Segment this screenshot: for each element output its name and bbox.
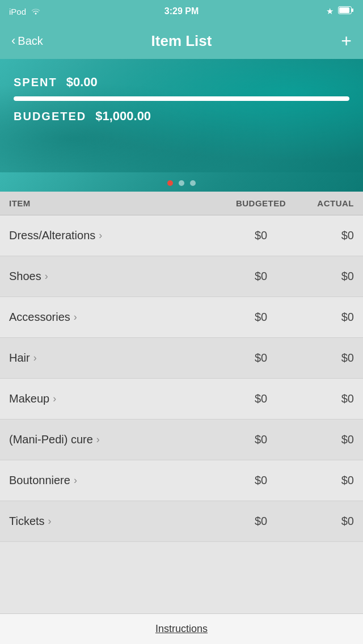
battery-icon [338, 6, 354, 16]
spent-label: SPENT [14, 76, 57, 89]
chevron-icon: › [53, 393, 56, 405]
item-actual: $0 [306, 474, 363, 487]
list-item[interactable]: Tickets › $0 $0 [0, 501, 363, 542]
chevron-icon: › [99, 230, 102, 242]
chevron-icon: › [74, 311, 77, 323]
item-name: Shoes › [0, 270, 216, 283]
list-item[interactable]: (Mani-Pedi) cure › $0 $0 [0, 420, 363, 460]
list-item[interactable]: Hair › $0 $0 [0, 338, 363, 379]
nav-bar: ‹ Back Item List + [0, 23, 363, 59]
svg-rect-1 [339, 7, 349, 13]
table-header: ITEM BUDGETED ACTUAL [0, 192, 363, 215]
back-chevron-icon: ‹ [11, 33, 15, 48]
instructions-bar: Instructions [0, 613, 363, 644]
item-actual: $0 [306, 515, 363, 528]
svg-rect-2 [352, 9, 353, 12]
item-budgeted: $0 [216, 392, 306, 405]
page-dots [0, 172, 363, 192]
budgeted-label: BUDGETED [14, 110, 86, 123]
device-label: iPod [9, 7, 26, 16]
progress-bar-track [14, 96, 349, 101]
page-title: Item List [151, 32, 212, 50]
dot-2[interactable] [179, 180, 184, 186]
item-actual: $0 [306, 229, 363, 242]
budget-banner: SPENT $0.00 BUDGETED $1,000.00 [0, 59, 363, 172]
dot-3[interactable] [190, 180, 196, 186]
status-bar: iPod 3:29 PM ★ [0, 0, 363, 23]
chevron-icon: › [48, 515, 52, 527]
item-name: Boutonniere › [0, 474, 216, 487]
budgeted-amount: $1,000.00 [95, 109, 151, 124]
list-item[interactable]: Dress/Alterations › $0 $0 [0, 215, 363, 256]
list-item[interactable]: Makeup › $0 $0 [0, 379, 363, 420]
items-list: Dress/Alterations › $0 $0 Shoes › $0 $0 … [0, 215, 363, 542]
item-budgeted: $0 [216, 351, 306, 365]
item-actual: $0 [306, 433, 363, 446]
list-item[interactable]: Shoes › $0 $0 [0, 256, 363, 297]
chevron-icon: › [96, 434, 100, 446]
chevron-icon: › [33, 352, 37, 364]
status-right: ★ [326, 6, 354, 16]
progress-bar-fill [14, 96, 349, 101]
item-actual: $0 [306, 270, 363, 283]
item-budgeted: $0 [216, 474, 306, 487]
item-actual: $0 [306, 351, 363, 365]
item-budgeted: $0 [216, 229, 306, 242]
col-header-item: ITEM [0, 198, 216, 208]
item-name: Makeup › [0, 392, 216, 405]
add-button[interactable]: + [341, 32, 352, 50]
item-name: Hair › [0, 351, 216, 365]
instructions-link[interactable]: Instructions [155, 623, 208, 634]
item-name: Accessories › [0, 311, 216, 324]
item-budgeted: $0 [216, 270, 306, 283]
item-actual: $0 [306, 311, 363, 324]
back-label: Back [18, 35, 43, 48]
item-budgeted: $0 [216, 433, 306, 446]
list-item[interactable]: Accessories › $0 $0 [0, 297, 363, 338]
item-actual: $0 [306, 392, 363, 405]
item-name: Dress/Alterations › [0, 229, 216, 242]
dot-1[interactable] [167, 180, 173, 186]
back-button[interactable]: ‹ Back [11, 33, 43, 48]
list-item[interactable]: Boutonniere › $0 $0 [0, 460, 363, 501]
chevron-icon: › [74, 474, 77, 486]
spent-amount: $0.00 [66, 75, 98, 90]
item-name: Tickets › [0, 515, 216, 528]
wifi-icon [31, 7, 41, 16]
chevron-icon: › [45, 270, 48, 282]
col-header-budgeted: BUDGETED [216, 198, 306, 208]
item-budgeted: $0 [216, 311, 306, 324]
bluetooth-icon: ★ [326, 6, 334, 16]
col-header-actual: ACTUAL [306, 198, 363, 208]
status-left: iPod [9, 7, 41, 16]
item-name: (Mani-Pedi) cure › [0, 433, 216, 446]
item-budgeted: $0 [216, 515, 306, 528]
status-time: 3:29 PM [164, 6, 199, 16]
